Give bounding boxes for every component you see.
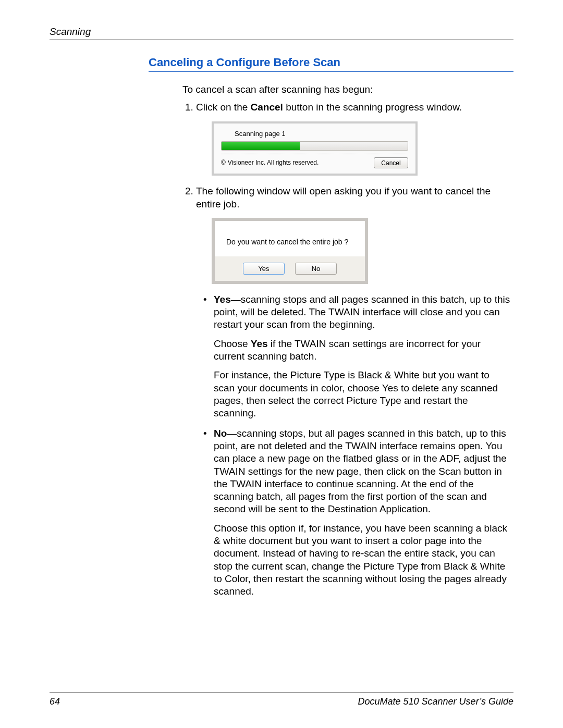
step1-pre: Click on the [196, 102, 251, 113]
dialog-rule [221, 154, 408, 154]
confirm-prompt: Do you want to cancel the entire job ? [215, 221, 365, 256]
step1-post: button in the scanning progress window. [283, 102, 462, 113]
bullet-yes-text: —scanning stops and all pages scanned in… [214, 294, 510, 330]
bullet-no: No—scanning stops, but all pages scanned… [205, 427, 511, 598]
bullet-no-label: No [214, 428, 227, 439]
cancel-button[interactable]: Cancel [374, 157, 408, 168]
yes-p2a: Choose [214, 338, 251, 349]
copyright-icon: © [221, 159, 226, 167]
confirm-button-row: Yes No [215, 256, 365, 281]
bullet-no-p2: Choose this option if, for instance, you… [214, 522, 511, 598]
bullet-yes-p3: For instance, the Picture Type is Black … [214, 369, 511, 419]
progress-bar-fill [222, 142, 300, 150]
step1-bold: Cancel [251, 102, 283, 113]
page: Scanning Canceling a Configure Before Sc… [0, 0, 563, 728]
copyright-text: © Visioneer Inc. All rights reserved. [221, 159, 319, 167]
yes-button[interactable]: Yes [243, 263, 285, 275]
intro-text: To cancel a scan after scanning has begu… [182, 83, 511, 96]
bullet-yes: Yes—scanning stops and all pages scanned… [205, 293, 511, 420]
progress-dialog: Scanning page 1 © Visioneer Inc. All rig… [212, 121, 418, 176]
body-content: To cancel a scan after scanning has begu… [182, 83, 511, 598]
section-title: Canceling a Configure Before Scan [149, 56, 513, 69]
step-2: The following window will open asking yo… [196, 185, 511, 598]
no-button[interactable]: No [295, 263, 337, 275]
progress-dialog-figure: Scanning page 1 © Visioneer Inc. All rig… [196, 121, 511, 176]
confirm-dialog: Do you want to cancel the entire job ? Y… [212, 218, 368, 284]
step-1: Click on the Cancel button in the scanni… [196, 101, 511, 176]
bullet-yes-p2: Choose Yes if the TWAIN scan settings ar… [214, 338, 511, 363]
copyright-label: Visioneer Inc. All rights reserved. [228, 159, 319, 167]
step2-text: The following window will open asking yo… [196, 186, 491, 209]
book-title: DocuMate 510 Scanner User’s Guide [358, 696, 514, 707]
bullet-no-text: —scanning stops, but all pages scanned i… [214, 428, 507, 515]
header-rule [50, 40, 513, 40]
yes-p2b: Yes [251, 338, 268, 349]
steps-list: Click on the Cancel button in the scanni… [182, 101, 511, 598]
running-head: Scanning [50, 26, 513, 38]
progress-label: Scanning page 1 [235, 130, 408, 139]
footer-rule [50, 693, 513, 693]
page-number: 64 [50, 696, 60, 707]
footer: 64 DocuMate 510 Scanner User’s Guide [50, 693, 513, 707]
outcome-bullets: Yes—scanning stops and all pages scanned… [196, 293, 511, 598]
progress-bar [221, 141, 408, 151]
section-rule [149, 71, 513, 72]
confirm-dialog-figure: Do you want to cancel the entire job ? Y… [196, 218, 511, 284]
bullet-yes-label: Yes [214, 294, 231, 305]
